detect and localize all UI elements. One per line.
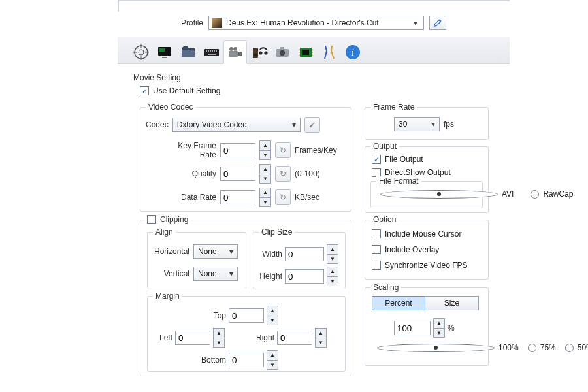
tab-monitor[interactable]	[153, 40, 176, 63]
clip-size-legend: Clip Size	[259, 227, 295, 237]
video-codec-legend: Video Codec	[146, 103, 196, 112]
margin-bottom-stepper[interactable]: ▲▼	[267, 350, 278, 370]
down-icon: ▼	[214, 338, 224, 348]
keyframe-stepper[interactable]: ▲▼	[259, 140, 271, 160]
up-icon: ▲	[260, 188, 270, 198]
align-vertical-select[interactable]: None ▾	[193, 267, 238, 281]
codec-select[interactable]: Dxtory Video Codec ▾	[172, 118, 301, 132]
margin-top-stepper[interactable]: ▲▼	[267, 306, 278, 325]
keyframe-reset-button[interactable]: ↻	[275, 142, 291, 158]
svg-text:i: i	[351, 48, 354, 57]
margin-left-label: Left	[153, 333, 172, 342]
clip-width-label: Width	[257, 250, 282, 259]
up-icon: ▲	[327, 245, 338, 255]
scaling-preset-100-radio[interactable]	[377, 344, 495, 352]
margin-right-stepper[interactable]: ▲▼	[315, 328, 327, 348]
monitor-icon	[155, 43, 174, 61]
tab-camera[interactable]	[270, 40, 294, 63]
up-icon: ▲	[260, 141, 270, 151]
option-legend: Option	[370, 215, 399, 224]
svg-point-22	[280, 50, 285, 55]
margin-left-stepper[interactable]: ▲▼	[213, 328, 225, 348]
option-group: Option Include Mouse Cursor Include Over…	[365, 220, 489, 280]
margin-left-input[interactable]	[175, 331, 210, 345]
tools-icon	[320, 43, 338, 61]
frame-rate-value: 30	[399, 120, 407, 129]
scaling-preset-75-radio[interactable]	[528, 344, 536, 352]
svg-rect-14	[238, 52, 242, 56]
svg-rect-13	[229, 51, 238, 57]
keyboard-icon	[203, 43, 221, 61]
pencil-icon	[433, 18, 442, 27]
keyframe-input[interactable]	[220, 143, 255, 157]
chevron-down-icon: ▾	[292, 120, 296, 129]
tab-audio[interactable]	[247, 40, 270, 63]
file-format-avi-radio[interactable]	[380, 190, 498, 199]
tab-camcorder[interactable]	[223, 40, 247, 63]
use-default-checkbox[interactable]: ✓	[140, 86, 149, 95]
tab-info[interactable]: i	[341, 40, 365, 63]
frame-rate-select[interactable]: 30 ▾	[394, 117, 440, 131]
align-vertical-label: Vertical	[152, 269, 189, 278]
quality-unit: (0-100)	[295, 169, 320, 178]
scaling-value-input[interactable]	[394, 321, 431, 335]
svg-rect-12	[208, 54, 216, 55]
speaker-headset-icon	[250, 43, 268, 61]
codec-settings-button[interactable]	[304, 117, 320, 133]
tab-keyboard[interactable]	[200, 40, 223, 63]
file-format-rawcap-radio[interactable]	[531, 190, 539, 199]
tab-folder[interactable]	[176, 40, 200, 63]
svg-point-19	[259, 51, 262, 54]
video-codec-group: Video Codec Codec Dxtory Video Codec ▾ K…	[140, 107, 351, 212]
clip-width-input[interactable]	[285, 247, 324, 261]
game-icon	[212, 18, 222, 28]
clipping-checkbox[interactable]	[147, 215, 156, 224]
camcorder-icon	[226, 43, 244, 61]
datarate-label: Data Rate	[160, 193, 216, 202]
section-tabs: i	[118, 37, 510, 64]
scaling-preset-50-radio[interactable]	[565, 344, 574, 352]
profile-select[interactable]: Deus Ex: Human Revolution - Director's C…	[208, 16, 424, 30]
edit-profile-button[interactable]	[429, 16, 446, 30]
down-icon: ▼	[327, 277, 338, 286]
margin-right-input[interactable]	[277, 331, 312, 345]
use-default-label: Use Default Setting	[153, 86, 220, 95]
directshow-output-checkbox[interactable]	[372, 168, 381, 177]
quality-reset-button[interactable]: ↻	[275, 166, 291, 182]
down-icon: ▼	[267, 316, 278, 325]
margin-bottom-input[interactable]	[229, 353, 264, 367]
scaling-value-stepper[interactable]: ▲▼	[433, 318, 445, 338]
align-horizontal-select[interactable]: None ▾	[193, 244, 238, 259]
quality-input[interactable]	[220, 167, 255, 181]
sync-fps-checkbox[interactable]	[372, 261, 381, 270]
scaling-mode-size-button[interactable]: Size	[425, 296, 479, 310]
datarate-stepper[interactable]: ▲▼	[259, 188, 271, 207]
include-mouse-checkbox[interactable]	[372, 229, 381, 238]
datarate-reset-button[interactable]: ↻	[275, 189, 291, 205]
scaling-preset-100-label: 100%	[498, 343, 519, 352]
up-icon: ▲	[316, 329, 326, 338]
clip-height-input[interactable]	[285, 269, 324, 284]
codec-selected-text: Dxtory Video Codec	[177, 120, 247, 129]
svg-rect-5	[204, 49, 219, 56]
svg-rect-3	[159, 48, 165, 52]
quality-stepper[interactable]: ▲▼	[259, 164, 271, 184]
directshow-output-label: DirectShow Output	[385, 168, 451, 177]
include-mouse-label: Include Mouse Cursor	[385, 229, 461, 238]
file-output-checkbox[interactable]: ✓	[372, 155, 381, 164]
tab-target[interactable]	[129, 40, 153, 63]
down-icon: ▼	[316, 338, 326, 348]
margin-top-input[interactable]	[229, 308, 264, 323]
clip-height-stepper[interactable]: ▲▼	[327, 267, 338, 286]
scaling-mode-percent-button[interactable]: Percent	[372, 296, 425, 310]
datarate-input[interactable]	[220, 190, 255, 204]
down-icon: ▼	[260, 174, 270, 184]
chip-icon	[297, 43, 315, 61]
up-icon: ▲	[267, 351, 278, 361]
margin-legend: Margin	[153, 291, 182, 301]
include-overlay-checkbox[interactable]	[372, 245, 381, 254]
clip-width-stepper[interactable]: ▲▼	[327, 244, 338, 264]
tab-tools[interactable]	[318, 40, 341, 63]
tab-chip[interactable]	[294, 40, 318, 63]
up-icon: ▲	[267, 306, 278, 316]
